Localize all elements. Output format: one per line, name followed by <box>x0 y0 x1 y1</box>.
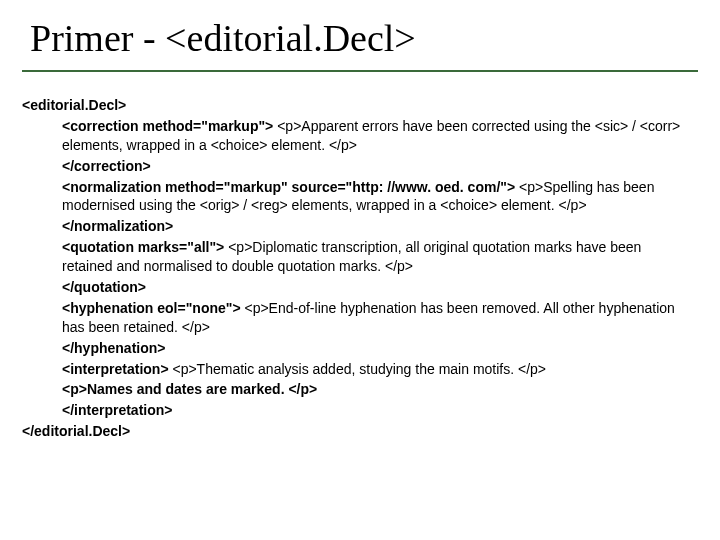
interpretation-p2: <p>Names and dates are marked. </p> <box>62 380 690 399</box>
quotation-block: <quotation marks="all"> <p>Diplomatic tr… <box>62 238 690 276</box>
correction-close: </correction> <box>62 157 690 176</box>
tag-open: <editorial.Decl> <box>22 96 690 115</box>
hyphenation-close: </hyphenation> <box>62 339 690 358</box>
hyphenation-open: <hyphenation eol="none"> <box>62 300 241 316</box>
slide-body: <editorial.Decl> <correction method="mar… <box>22 96 690 443</box>
quotation-open: <quotation marks="all"> <box>62 239 224 255</box>
slide-title: Primer - <editorial.Decl> <box>30 16 694 60</box>
correction-block: <correction method="markup"> <p>Apparent… <box>62 117 690 155</box>
normalization-close: </normalization> <box>62 217 690 236</box>
normalization-open: <normalization method="markup" source="h… <box>62 179 515 195</box>
hyphenation-block: <hyphenation eol="none"> <p>End-of-line … <box>62 299 690 337</box>
interpretation-block: <interpretation> <p>Thematic analysis ad… <box>62 360 690 379</box>
tag-close: </editorial.Decl> <box>22 422 690 441</box>
quotation-close: </quotation> <box>62 278 690 297</box>
interpretation-open: <interpretation> <box>62 361 169 377</box>
interpretation-close: </interpretation> <box>62 401 690 420</box>
normalization-block: <normalization method="markup" source="h… <box>62 178 690 216</box>
title-bar: Primer - <editorial.Decl> <box>22 10 698 72</box>
correction-open: <correction method="markup"> <box>62 118 273 134</box>
interpretation-text: <p>Thematic analysis added, studying the… <box>169 361 546 377</box>
